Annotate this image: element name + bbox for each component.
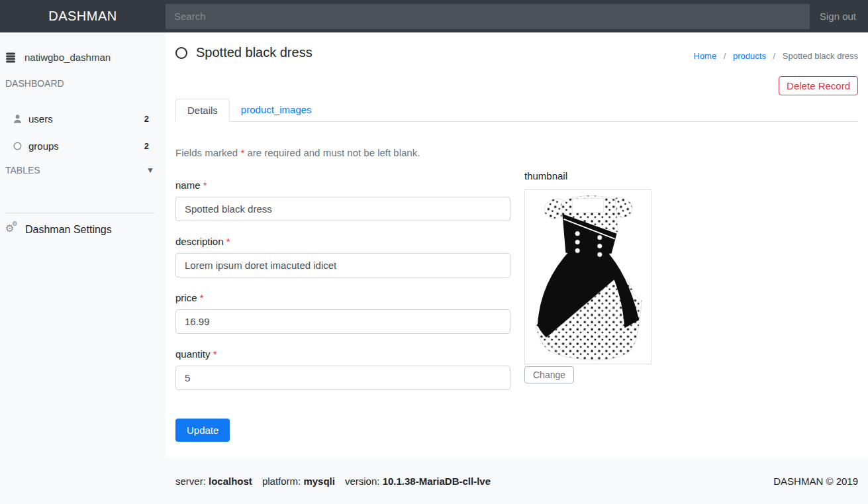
- form-group-quantity: quantity *: [175, 348, 510, 390]
- required-asterisk: *: [203, 179, 207, 191]
- sidebar: natiwgbo_dashman DASHBOARD users 2: [0, 32, 166, 504]
- groups-count-badge: 2: [144, 141, 149, 151]
- app-logo[interactable]: DASHMAN: [0, 9, 166, 24]
- breadcrumb-separator: /: [773, 51, 776, 61]
- chevron-down-icon[interactable]: ▼: [146, 166, 154, 175]
- quantity-label: quantity *: [175, 348, 510, 360]
- required-asterisk: *: [200, 292, 204, 303]
- required-asterisk: *: [226, 236, 230, 247]
- required-fields-note: Fields marked * are required and must no…: [175, 147, 858, 158]
- description-label: description *: [175, 236, 510, 247]
- search-input[interactable]: [166, 4, 810, 29]
- sign-out-link[interactable]: Sign out: [810, 11, 868, 22]
- footer-version: version: 10.1.38-MariaDB-cll-lve: [345, 476, 491, 487]
- users-count-badge: 2: [144, 114, 149, 124]
- form-group-description: description *: [175, 236, 510, 277]
- section-heading-tables: TABLES ▼: [0, 165, 166, 176]
- tab-details[interactable]: Details: [175, 99, 230, 122]
- gears-icon: ⚙⚙: [5, 224, 20, 236]
- tab-bar: Details product_images: [175, 99, 858, 122]
- details-form: name * description * price * qua: [175, 170, 510, 442]
- breadcrumb-separator: /: [724, 51, 726, 61]
- delete-record-button[interactable]: Delete Record: [779, 76, 858, 95]
- tables-heading-label: TABLES: [5, 165, 40, 176]
- name-field[interactable]: [175, 197, 510, 221]
- sidebar-item-users[interactable]: users 2: [0, 105, 166, 132]
- footer-copyright: DASHMAN © 2019: [773, 476, 858, 487]
- price-field[interactable]: [175, 309, 510, 334]
- breadcrumb: Home / products / Spotted black dress: [694, 51, 859, 61]
- thumbnail-section: thumbnail: [524, 170, 651, 442]
- quantity-field[interactable]: [175, 366, 510, 390]
- database-icon: [5, 52, 16, 63]
- description-field[interactable]: [175, 253, 510, 277]
- main-content: Spotted black dress Home / products / Sp…: [166, 32, 868, 458]
- footer-platform: platform: mysqli: [262, 476, 335, 487]
- user-icon: [12, 114, 23, 125]
- form-group-price: price *: [175, 292, 510, 334]
- price-label: price *: [175, 292, 510, 303]
- tab-product-images[interactable]: product_images: [230, 99, 323, 121]
- sidebar-item-label: users: [28, 113, 53, 125]
- required-asterisk: *: [240, 147, 244, 158]
- breadcrumb-products-link[interactable]: products: [733, 51, 766, 61]
- thumbnail-image: [524, 189, 651, 364]
- sidebar-item-label: groups: [28, 140, 59, 152]
- topbar: DASHMAN Sign out: [0, 0, 868, 32]
- circle-icon: [12, 141, 23, 152]
- breadcrumb-current: Spotted black dress: [783, 51, 858, 61]
- page-title: Spotted black dress: [196, 45, 313, 60]
- required-asterisk: *: [213, 348, 217, 360]
- sidebar-item-database[interactable]: natiwgbo_dashman: [0, 52, 166, 63]
- update-button[interactable]: Update: [175, 419, 230, 442]
- app-window: DASHMAN Sign out natiwgbo_dashman DASHBO…: [0, 0, 868, 504]
- form-group-name: name *: [175, 179, 510, 221]
- section-heading-dashboard: DASHBOARD: [0, 78, 166, 89]
- settings-label: Dashman Settings: [25, 224, 112, 236]
- record-circle-icon: [175, 47, 187, 59]
- footer: server: localhost platform: mysqli versi…: [166, 458, 868, 504]
- dress-image: [525, 190, 651, 364]
- breadcrumb-home-link[interactable]: Home: [694, 51, 717, 61]
- sidebar-item-settings[interactable]: ⚙⚙ Dashman Settings: [0, 213, 166, 236]
- change-thumbnail-button[interactable]: Change: [524, 366, 574, 383]
- sidebar-item-groups[interactable]: groups 2: [0, 132, 166, 160]
- footer-server: server: localhost: [175, 476, 252, 487]
- thumbnail-label: thumbnail: [524, 170, 651, 181]
- database-label: natiwgbo_dashman: [24, 52, 111, 63]
- name-label: name *: [175, 179, 510, 191]
